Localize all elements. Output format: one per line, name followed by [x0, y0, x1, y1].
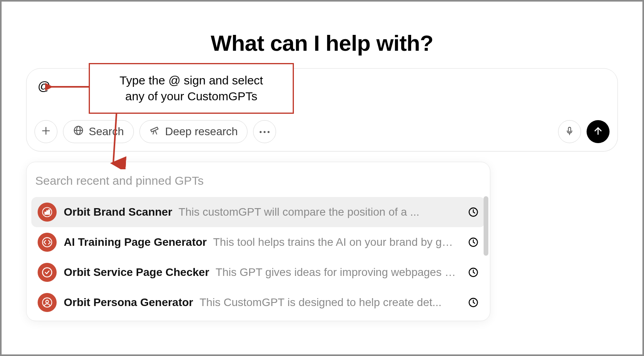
gpt-item-title: Orbit Brand Scanner [64, 206, 172, 218]
svg-point-5 [260, 131, 262, 133]
svg-rect-14 [45, 212, 46, 214]
svg-point-20 [42, 268, 51, 277]
recent-icon [468, 207, 479, 218]
svg-rect-8 [568, 127, 571, 132]
svg-point-22 [42, 298, 51, 307]
gpt-list-item[interactable]: Orbit Service Page Checker This GPT give… [31, 257, 485, 287]
mic-icon [565, 125, 574, 138]
gpt-item-desc: This customGPT will compare the position… [179, 206, 419, 218]
gpt-avatar-icon [38, 203, 57, 222]
callout-annotation: Type the @ sign and select any of your C… [89, 63, 294, 114]
svg-point-23 [46, 300, 49, 303]
recent-icon [468, 237, 479, 248]
gpt-avatar-icon [38, 233, 57, 252]
gpt-avatar-icon [38, 293, 57, 312]
gpt-list-item[interactable]: AI Training Page Generator This tool hel… [31, 227, 485, 257]
composer-right-controls [558, 120, 610, 143]
gpt-list-item[interactable]: Orbit Persona Generator This CustomGPT i… [31, 287, 485, 318]
gpt-item-desc: This GPT gives ideas for improving webpa… [215, 266, 456, 279]
deep-research-label: Deep research [165, 125, 238, 138]
add-button[interactable] [34, 120, 57, 143]
gpt-mention-dropdown: Orbit Brand Scanner This customGPT will … [26, 162, 490, 321]
svg-point-7 [268, 131, 270, 133]
plus-icon [41, 126, 51, 138]
gpt-item-title: AI Training Page Generator [64, 236, 207, 249]
gpt-item-title: Orbit Service Page Checker [64, 266, 209, 279]
callout-line-1: Type the @ sign and select [120, 74, 263, 87]
callout-line-2: any of your CustomGPTs [125, 90, 257, 103]
gpt-search-input[interactable] [31, 168, 485, 197]
composer-input-text[interactable]: @ [38, 79, 50, 94]
telescope-icon [149, 125, 160, 139]
deep-research-button[interactable]: Deep research [139, 120, 248, 143]
recent-icon [468, 267, 479, 278]
svg-point-6 [264, 131, 266, 133]
recent-icon [468, 297, 479, 308]
search-button[interactable]: Search [63, 120, 134, 143]
gpt-item-desc: This tool helps trains the AI on your br… [213, 236, 456, 249]
page-title: What can I help with? [2, 30, 642, 56]
gpt-list-item[interactable]: Orbit Brand Scanner This customGPT will … [31, 197, 485, 227]
mic-button[interactable] [558, 120, 581, 143]
dropdown-scrollbar[interactable] [484, 196, 488, 256]
arrow-up-icon [593, 126, 603, 138]
composer-toolbar: Search Deep research [34, 120, 276, 143]
gpt-item-desc: This CustomGPT is designed to help creat… [200, 296, 442, 309]
more-button[interactable] [253, 120, 276, 143]
gpt-item-title: Orbit Persona Generator [64, 296, 193, 309]
search-button-label: Search [89, 125, 124, 138]
send-button[interactable] [587, 120, 610, 143]
svg-rect-15 [47, 211, 48, 214]
gpt-avatar-icon [38, 263, 57, 282]
svg-rect-16 [49, 210, 50, 214]
globe-icon [73, 125, 84, 139]
ellipsis-icon [259, 128, 270, 135]
